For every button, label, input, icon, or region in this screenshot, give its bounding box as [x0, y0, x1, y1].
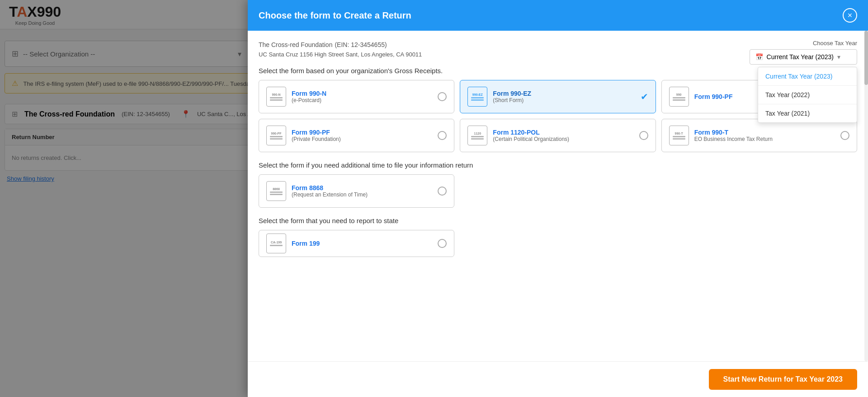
form-990n-radio[interactable]: [438, 92, 447, 101]
tax-year-label: Choose Tax Year: [813, 40, 857, 47]
tax-year-option-2022[interactable]: Tax Year (2022): [758, 86, 857, 104]
modal-close-button[interactable]: ×: [843, 8, 857, 23]
modal-footer: Start New Return for Tax Year 2023: [248, 361, 868, 397]
modal-title: Choose the form to Create a Return: [259, 10, 411, 21]
section3-label: Select the form that you need to report …: [259, 217, 857, 224]
chevron-down-icon: ▾: [837, 53, 840, 61]
form-990ez-info: Form 990-EZ (Short Form): [493, 90, 635, 103]
tax-year-option-2023[interactable]: Current Tax Year (2023): [758, 67, 857, 86]
tax-year-select[interactable]: 📅 Current Tax Year (2023) ▾: [750, 49, 857, 65]
form-8868-radio[interactable]: [438, 187, 447, 196]
tax-year-area: Choose Tax Year 📅 Current Tax Year (2023…: [750, 40, 857, 65]
modal-body: The Cross-red Foundation (EIN: 12-345465…: [248, 31, 868, 361]
form-card-990n[interactable]: 990-N Form 990-N (e-Postcard): [259, 80, 454, 113]
start-new-return-button[interactable]: Start New Return for Tax Year 2023: [709, 369, 857, 390]
form-1120pol-sub: (Certain Political Organizations): [493, 136, 633, 142]
tax-year-selected-value: Current Tax Year (2023): [767, 53, 834, 61]
form-990-icon: 990: [669, 87, 689, 107]
form-990t-icon: 990-T: [669, 126, 689, 145]
form-990pf-name: Form 990-PF: [292, 129, 432, 136]
form-990t-name: Form 990-T: [694, 129, 835, 136]
form-990t-sub: EO Business Income Tax Return: [694, 136, 835, 142]
extension-form-row: 8868 Form 8868 (Request an Extension of …: [259, 174, 857, 208]
form-card-1120pol[interactable]: 1120 Form 1120-POL (Certain Political Or…: [460, 119, 656, 152]
form-990t-info: Form 990-T EO Business Income Tax Return: [694, 129, 835, 142]
form-8868-info: Form 8868 (Request an Extension of Time): [292, 184, 432, 198]
form-990ez-name: Form 990-EZ: [493, 90, 635, 97]
form-1120pol-info: Form 1120-POL (Certain Political Organiz…: [493, 129, 633, 142]
form-990t-radio[interactable]: [840, 131, 849, 140]
form-990n-name: Form 990-N: [292, 90, 432, 97]
calendar-icon: 📅: [755, 53, 763, 61]
form-990pf-radio[interactable]: [438, 131, 447, 140]
form-990pf-info: Form 990-PF (Private Foundation): [292, 129, 432, 142]
form-card-990pf[interactable]: 990-PF Form 990-PF (Private Foundation): [259, 119, 454, 152]
form-8868-sub: (Request an Extension of Time): [292, 191, 432, 198]
form-990n-icon: 990-N: [266, 87, 286, 107]
form-card-990ez[interactable]: 990-EZ Form 990-EZ (Short Form) ✔: [460, 80, 656, 113]
form-card-199[interactable]: CA-199 Form 199: [259, 230, 454, 257]
form-990n-sub: (e-Postcard): [292, 97, 432, 103]
state-form-row: CA-199 Form 199: [259, 230, 857, 257]
form-1120pol-icon: 1120: [467, 126, 487, 145]
form-990pf-sub: (Private Foundation): [292, 136, 432, 142]
form-cards-row2: 990-PF Form 990-PF (Private Foundation) …: [259, 119, 857, 152]
form-199-name: Form 199: [292, 240, 432, 247]
form-990ez-icon: 990-EZ: [467, 87, 487, 107]
form-card-990t[interactable]: 990-T Form 990-T EO Business Income Tax …: [661, 119, 857, 152]
form-199-radio[interactable]: [438, 239, 447, 248]
tax-year-dropdown: Current Tax Year (2023) Tax Year (2022) …: [758, 67, 857, 123]
scrollbar-track: [864, 31, 868, 361]
modal-header: Choose the form to Create a Return ×: [248, 0, 868, 31]
form-1120pol-radio[interactable]: [639, 131, 648, 140]
form-8868-icon: 8868: [266, 181, 286, 201]
scrollbar-thumb[interactable]: [864, 31, 868, 85]
form-990ez-checkmark: ✔: [641, 91, 648, 102]
form-199-icon: CA-199: [266, 234, 286, 253]
tax-year-option-2021[interactable]: Tax Year (2021): [758, 104, 857, 122]
form-8868-name: Form 8868: [292, 184, 432, 191]
form-990pf-icon: 990-PF: [266, 126, 286, 145]
form-990ez-sub: (Short Form): [493, 97, 635, 103]
form-199-info: Form 199: [292, 240, 432, 247]
section2-label: Select the form if you need additional t…: [259, 161, 857, 169]
form-990n-info: Form 990-N (e-Postcard): [292, 90, 432, 103]
create-return-modal: Choose the form to Create a Return × The…: [248, 0, 868, 397]
modal-org-ein: (EIN: 12-3454655): [335, 41, 387, 48]
form-1120pol-name: Form 1120-POL: [493, 129, 633, 136]
form-card-8868[interactable]: 8868 Form 8868 (Request an Extension of …: [259, 174, 454, 208]
